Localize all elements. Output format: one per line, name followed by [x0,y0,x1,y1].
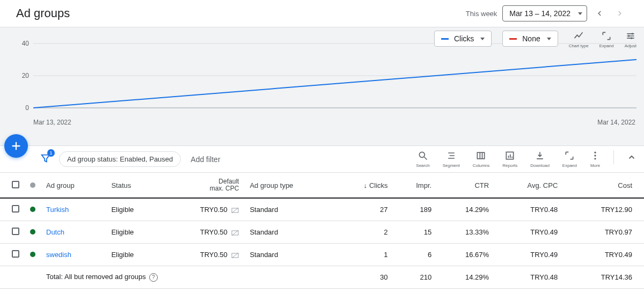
chart-line-icon [573,31,584,41]
select-all-checkbox[interactable] [12,181,19,188]
chart-expand-button[interactable]: Expand [599,31,614,48]
x-start: Mar 13, 2022 [33,119,71,126]
impr-cell: 15 [393,221,437,244]
total-cost: TRY14.36 [563,266,644,289]
row-checkbox[interactable] [12,205,19,213]
type-cell: Standard [244,244,334,266]
row-checkbox[interactable] [12,228,19,235]
type-cell: Standard [244,221,334,244]
clicks-cell: 2 [335,221,393,244]
prev-period-button[interactable] [591,8,608,19]
chart-panel: Clicks None Chart type Expand Adjust 40 … [0,27,644,146]
date-range-picker[interactable]: Mar 13 – 14, 2022 [502,5,587,21]
ctr-cell: 14.29% [437,198,494,221]
ad-groups-table: Ad group Status Default max. CPC Ad grou… [0,173,644,289]
avgcpc-cell: TRY0.48 [494,198,563,221]
status-filter-pill[interactable]: Ad group status: Enabled, Paused [59,151,181,167]
columns-icon [475,150,486,161]
disabled-bid-icon [231,252,239,259]
impr-cell: 189 [393,198,437,221]
col-cpc[interactable]: Default max. CPC [162,173,245,198]
table-row: swedish Eligible TRY0.50 Standard 1 6 16… [0,244,644,266]
disabled-bid-icon [231,230,239,236]
ad-group-link[interactable]: swedish [46,251,71,259]
chart-type-button[interactable]: Chart type [569,31,589,48]
dropdown-icon [578,12,582,15]
table-toolbar: 1 Ad group status: Enabled, Paused Add f… [0,146,644,173]
total-clicks: 30 [335,266,393,289]
status-dot-header [30,182,35,188]
series1-selector[interactable]: Clicks [434,31,492,47]
col-type[interactable]: Ad group type [244,173,334,198]
impr-cell: 6 [393,244,437,266]
status-cell: Eligible [106,198,161,221]
reports-icon [504,150,515,161]
series2-swatch [509,38,517,40]
search-button[interactable]: Search [416,150,429,168]
total-impr: 210 [393,266,437,289]
series-clicks-line [33,60,636,108]
help-icon[interactable]: ? [149,273,158,282]
ad-group-link[interactable]: Turkish [46,206,69,214]
series1-swatch [441,38,449,40]
ctr-cell: 13.33% [437,221,494,244]
page-header: Ad groups This week Mar 13 – 14, 2022 [0,0,644,27]
chart-controls: Clicks None Chart type Expand Adjust [434,31,636,48]
segment-button[interactable]: Segment [443,150,460,168]
col-avgcpc[interactable]: Avg. CPC [494,173,563,198]
status-cell: Eligible [106,221,161,244]
chevron-up-icon [627,152,636,162]
ad-group-link[interactable]: Dutch [46,228,64,236]
next-period-button[interactable] [612,8,628,19]
col-clicks[interactable]: ↓Clicks [335,173,393,198]
series2-label: None [522,34,540,43]
date-range-text: Mar 13 – 14, 2022 [509,9,570,18]
add-filter-button[interactable]: Add filter [191,155,220,164]
clicks-cell: 1 [335,244,393,266]
status-dot [30,229,35,235]
table-row: Dutch Eligible TRY0.50 Standard 2 15 13.… [0,221,644,244]
col-ctr[interactable]: CTR [437,173,494,198]
sliders-icon [625,31,636,41]
chart-adjust-button[interactable]: Adjust [625,31,636,48]
expand-icon [564,150,575,161]
status-dot [30,252,35,257]
segment-icon [446,150,457,161]
more-button[interactable]: More [590,150,601,168]
col-impr[interactable]: Impr. [393,173,437,198]
type-cell: Standard [244,198,334,221]
svg-point-0 [632,33,633,34]
col-status[interactable]: Status [106,173,161,198]
cpc-cell: TRY0.50 [162,244,245,266]
plus-icon [10,140,22,152]
ytick-20: 20 [22,72,30,79]
row-checkbox[interactable] [12,250,19,258]
table-expand-button[interactable]: Expand [562,150,577,168]
col-cost[interactable]: Cost [563,173,644,198]
sort-desc-icon: ↓ [363,181,367,189]
collapse-chart-button[interactable] [627,150,636,164]
period-label: This week [466,10,497,18]
svg-point-1 [628,35,630,36]
total-avgcpc: TRY0.48 [494,266,563,289]
dropdown-icon [480,38,485,40]
add-ad-group-button[interactable] [4,134,28,158]
x-end: Mar 14, 2022 [597,119,635,126]
series2-selector[interactable]: None [502,31,558,47]
filter-button[interactable]: 1 [40,152,52,166]
svg-point-16 [594,155,596,156]
svg-point-17 [594,158,596,159]
svg-point-2 [631,38,632,39]
download-icon [535,150,545,161]
total-label: Total: All but removed ad groups? [41,266,335,289]
svg-point-6 [419,152,425,157]
download-button[interactable]: Download [530,150,550,168]
reports-button[interactable]: Reports [502,150,517,168]
cost-cell: TRY0.49 [563,244,644,266]
col-ad-group[interactable]: Ad group [41,173,106,198]
svg-point-15 [594,152,596,153]
filter-count-badge: 1 [47,149,55,157]
dropdown-icon [547,38,551,40]
columns-button[interactable]: Columns [473,150,490,168]
series1-label: Clicks [454,34,474,43]
